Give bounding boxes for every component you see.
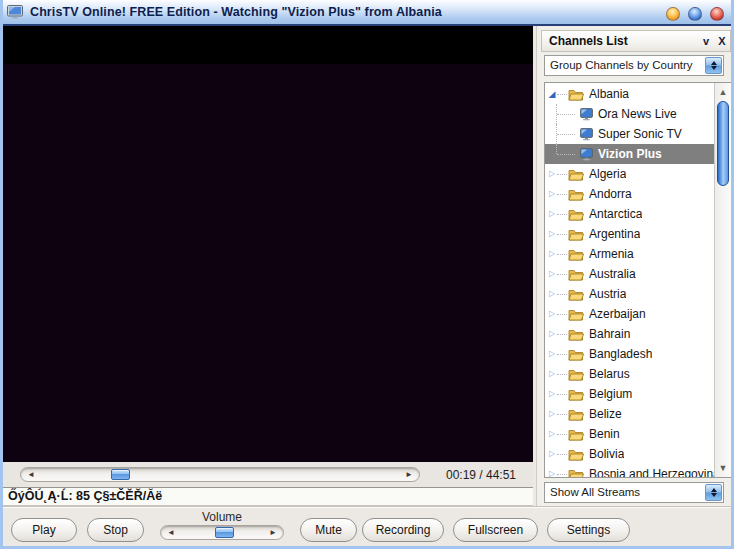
- group-by-value: Group Channels by Country: [550, 59, 693, 71]
- tree-item-label: Andorra: [589, 187, 632, 201]
- panel-collapse-icon[interactable]: v: [698, 35, 714, 47]
- video-area[interactable]: [3, 26, 533, 462]
- seek-bar[interactable]: ◄ ►: [20, 467, 420, 482]
- dropdown-spinner-icon[interactable]: [705, 484, 722, 501]
- tree-item-label: Albania: [589, 87, 629, 101]
- tree-connector: [557, 274, 567, 275]
- group-by-dropdown[interactable]: Group Channels by Country: [544, 55, 724, 76]
- tree-scrollbar-thumb[interactable]: [717, 101, 729, 186]
- tree-item-australia[interactable]: ▷Australia: [545, 264, 714, 284]
- tree-connector: [557, 174, 567, 175]
- video-letterbox: [3, 26, 533, 64]
- scroll-up-arrow-icon[interactable]: ▲: [715, 84, 731, 100]
- tree-item-label: Benin: [589, 427, 620, 441]
- mute-button[interactable]: Mute: [300, 518, 357, 542]
- tree-item-azerbaijan[interactable]: ▷Azerbaijan: [545, 304, 714, 324]
- tree-item-label: Austria: [589, 287, 626, 301]
- stop-button[interactable]: Stop: [87, 518, 144, 542]
- tree-item-label: Belize: [589, 407, 622, 421]
- tree-item-antarctica[interactable]: ▷Antarctica: [545, 204, 714, 224]
- minimize-button[interactable]: [666, 7, 680, 21]
- tree-collapsed-arrow-icon[interactable]: ▷: [547, 249, 557, 259]
- tree-item-albania[interactable]: ◢Albania: [545, 84, 714, 104]
- tree-collapsed-arrow-icon[interactable]: ▷: [547, 409, 557, 419]
- tree-item-andorra[interactable]: ▷Andorra: [545, 184, 714, 204]
- tree-connector: [557, 214, 567, 215]
- tree-item-bangladesh[interactable]: ▷Bangladesh: [545, 344, 714, 364]
- tree-item-label: Antarctica: [589, 207, 642, 221]
- tree-item-vizion-plus[interactable]: Vizion Plus: [545, 144, 714, 164]
- close-button[interactable]: [710, 7, 724, 21]
- seek-forward-arrow-icon[interactable]: ►: [401, 468, 417, 481]
- tree-scrollbar[interactable]: ▲ ▼: [714, 83, 731, 477]
- title-bar[interactable]: ChrisTV Online! FREE Edition - Watching …: [0, 0, 734, 26]
- tree-item-armenia[interactable]: ▷Armenia: [545, 244, 714, 264]
- recording-button[interactable]: Recording: [362, 518, 444, 542]
- volume-thumb[interactable]: [215, 527, 234, 538]
- tree-collapsed-arrow-icon[interactable]: ▷: [547, 269, 557, 279]
- tree-collapsed-arrow-icon[interactable]: ▷: [547, 369, 557, 379]
- tree-collapsed-arrow-icon[interactable]: ▷: [547, 229, 557, 239]
- tree-item-super-sonic-tv[interactable]: Super Sonic TV: [545, 124, 714, 144]
- seek-back-arrow-icon[interactable]: ◄: [23, 468, 39, 481]
- tree-collapsed-arrow-icon[interactable]: ▷: [547, 349, 557, 359]
- folder-icon: [568, 228, 584, 241]
- folder-icon: [568, 368, 584, 381]
- tree-collapsed-arrow-icon[interactable]: ▷: [547, 389, 557, 399]
- dropdown-spinner-icon[interactable]: [705, 57, 722, 74]
- tree-connector: [556, 144, 580, 164]
- tree-item-belarus[interactable]: ▷Belarus: [545, 364, 714, 384]
- tree-item-bolivia[interactable]: ▷Bolivia: [545, 444, 714, 464]
- folder-icon: [568, 468, 584, 479]
- status-bar: ŐýÔÚ˛Ą·Ĺ: 85 Ç§±ČĚŘ/Ăë: [3, 487, 533, 506]
- tree-item-benin[interactable]: ▷Benin: [545, 424, 714, 444]
- tree-connector: [557, 254, 567, 255]
- tree-item-algeria[interactable]: ▷Algeria: [545, 164, 714, 184]
- channels-panel-header[interactable]: Channels List v X: [541, 30, 731, 52]
- tree-connector: [557, 454, 567, 455]
- stream-filter-dropdown[interactable]: Show All Streams: [544, 482, 724, 503]
- folder-icon: [568, 388, 584, 401]
- tree-connector: [557, 374, 567, 375]
- settings-button[interactable]: Settings: [547, 518, 630, 542]
- scroll-down-arrow-icon[interactable]: ▼: [715, 460, 731, 476]
- tv-channel-icon: [580, 108, 593, 121]
- tree-item-bosnia-and-herzegovina[interactable]: ▷Bosnia and Herzegovina: [545, 464, 714, 478]
- play-button[interactable]: Play: [11, 518, 77, 542]
- panel-close-icon[interactable]: X: [714, 35, 730, 47]
- tree-collapsed-arrow-icon[interactable]: ▷: [547, 449, 557, 459]
- folder-icon: [568, 428, 584, 441]
- volume-slider[interactable]: ◄ ►: [160, 525, 284, 540]
- tree-item-austria[interactable]: ▷Austria: [545, 284, 714, 304]
- tree-collapsed-arrow-icon[interactable]: ▷: [547, 189, 557, 199]
- tree-expanded-arrow-icon[interactable]: ◢: [547, 89, 557, 99]
- volume-label: Volume: [157, 510, 287, 524]
- tree-collapsed-arrow-icon[interactable]: ▷: [547, 329, 557, 339]
- fullscreen-button[interactable]: Fullscreen: [453, 518, 538, 542]
- tree-collapsed-arrow-icon[interactable]: ▷: [547, 469, 557, 478]
- tree-item-label: Bolivia: [589, 447, 624, 461]
- tree-collapsed-arrow-icon[interactable]: ▷: [547, 309, 557, 319]
- seek-thumb[interactable]: [111, 469, 130, 480]
- volume-down-arrow-icon[interactable]: ◄: [163, 526, 179, 539]
- tree-item-label: Bosnia and Herzegovina: [589, 467, 714, 478]
- tree-item-bahrain[interactable]: ▷Bahrain: [545, 324, 714, 344]
- maximize-button[interactable]: [688, 7, 702, 21]
- tree-item-belgium[interactable]: ▷Belgium: [545, 384, 714, 404]
- tree-item-label: Ora News Live: [598, 107, 677, 121]
- tree-item-argentina[interactable]: ▷Argentina: [545, 224, 714, 244]
- tree-connector: [557, 474, 567, 475]
- tree-connector: [557, 294, 567, 295]
- control-bar: Play Stop Volume ◄ ► Mute Recording Full…: [3, 506, 731, 546]
- tree-item-ora-news-live[interactable]: Ora News Live: [545, 104, 714, 124]
- tree-connector: [557, 434, 567, 435]
- tree-connector: [557, 234, 567, 235]
- tree-collapsed-arrow-icon[interactable]: ▷: [547, 209, 557, 219]
- tree-collapsed-arrow-icon[interactable]: ▷: [547, 169, 557, 179]
- tree-collapsed-arrow-icon[interactable]: ▷: [547, 289, 557, 299]
- folder-icon: [568, 208, 584, 221]
- volume-up-arrow-icon[interactable]: ►: [265, 526, 281, 539]
- channels-panel-title: Channels List: [542, 34, 698, 48]
- tree-item-belize[interactable]: ▷Belize: [545, 404, 714, 424]
- tree-collapsed-arrow-icon[interactable]: ▷: [547, 429, 557, 439]
